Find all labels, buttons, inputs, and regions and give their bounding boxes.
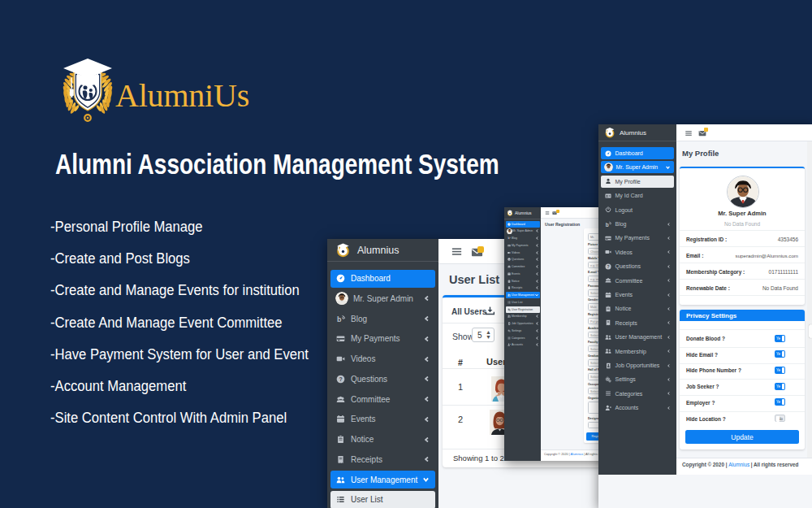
- svg-text:b: b: [337, 315, 342, 323]
- svg-text:b: b: [605, 221, 608, 227]
- svg-text:b: b: [508, 237, 509, 240]
- svg-text:?: ?: [339, 376, 342, 382]
- svg-text:?: ?: [607, 263, 609, 268]
